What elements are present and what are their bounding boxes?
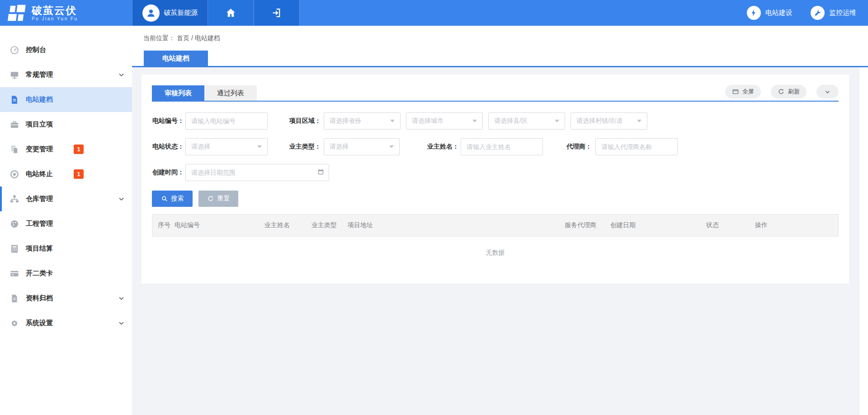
- col-created-date: 创建日期: [610, 221, 706, 229]
- gear-icon: [9, 318, 19, 328]
- monitor-icon: [9, 70, 19, 80]
- sidebar-item-data-archive[interactable]: 资料归档: [0, 286, 132, 311]
- station-termination-badge: 1: [74, 169, 84, 179]
- reset-button[interactable]: 重置: [198, 191, 238, 207]
- date-range-input[interactable]: [185, 164, 329, 181]
- fullscreen-icon: [732, 88, 739, 95]
- chevron-down-icon: [118, 196, 125, 202]
- nav-monitor-ops-label: 监控运维: [829, 9, 856, 17]
- user-avatar-icon: [142, 5, 160, 22]
- user-menu[interactable]: 破茧新能源: [132, 0, 208, 26]
- caret-down-icon: [472, 120, 477, 122]
- caret-down-icon: [555, 120, 559, 122]
- caret-down-icon: [389, 145, 394, 148]
- sidebar-item-station-termination[interactable]: 电站终止 1: [0, 162, 132, 187]
- caret-down-icon: [257, 145, 262, 148]
- owner-name-input[interactable]: [461, 138, 543, 155]
- station-no-input[interactable]: [185, 112, 268, 130]
- logout-icon: [271, 7, 283, 19]
- sidebar-item-general-mgmt[interactable]: 常规管理: [0, 62, 132, 87]
- sidebar-item-project-settlement[interactable]: 项目结算: [0, 236, 132, 261]
- filter-form: 电站编号： 项目区域： 请选择省份 请选择城市 请选择县/区 请选择村镇/街道 …: [152, 112, 839, 181]
- sitemap-icon: [9, 194, 19, 204]
- brand-subtitle: Po Jian Yun Fu: [32, 16, 78, 21]
- chevron-down-icon: [118, 320, 125, 326]
- town-select[interactable]: 请选择村镇/街道: [571, 112, 647, 130]
- breadcrumb-path[interactable]: 首页 / 电站建档: [177, 34, 220, 42]
- brand-title: 破茧云伏: [32, 5, 78, 16]
- chevron-down-icon: [824, 89, 831, 95]
- empty-state: 无数据: [152, 237, 839, 273]
- sidebar-item-project-initiation[interactable]: 项目立项: [0, 112, 132, 137]
- sidebar-item-engineering-mgmt[interactable]: 工程管理: [0, 211, 132, 236]
- bank-card-icon: [9, 269, 19, 279]
- brand-logo[interactable]: 破茧云伏 Po Jian Yun Fu: [0, 0, 132, 26]
- sidebar-item-dashboard[interactable]: 控制台: [0, 37, 132, 62]
- user-name: 破茧新能源: [164, 9, 198, 17]
- scrollbar-track[interactable]: [859, 67, 868, 415]
- page-tab-bar: 电站建档: [132, 51, 868, 67]
- owner-type-label: 业主类型：: [289, 143, 321, 151]
- sidebar-item-change-mgmt[interactable]: 变更管理 1: [0, 137, 132, 162]
- home-button[interactable]: [208, 0, 254, 26]
- change-mgmt-badge: 1: [74, 145, 84, 154]
- owner-name-label: 业主姓名：: [425, 143, 459, 151]
- target-icon: [9, 169, 19, 179]
- panel-card: 审核列表 通过列表 全屏 刷新: [142, 75, 849, 284]
- search-icon: [161, 195, 168, 202]
- lightning-icon: [747, 6, 761, 20]
- col-status: 状态: [706, 221, 755, 229]
- palette-icon: [9, 219, 19, 229]
- owner-type-select[interactable]: 请选择: [324, 138, 400, 155]
- briefcase-icon: [9, 120, 19, 130]
- home-icon: [225, 7, 236, 19]
- station-no-label: 电站编号：: [152, 117, 184, 125]
- station-status-label: 电站状态：: [152, 143, 184, 151]
- sidebar-item-open-class2-card[interactable]: 开二类卡: [0, 261, 132, 286]
- breadcrumb: 当前位置： 首页 / 电站建档: [132, 26, 868, 51]
- copy-icon: [9, 145, 19, 154]
- wrench-icon: [811, 6, 825, 20]
- city-select[interactable]: 请选择城市: [406, 112, 483, 130]
- col-actions: 操作: [755, 221, 838, 229]
- col-index: 序号: [158, 221, 175, 229]
- caret-down-icon: [390, 120, 395, 122]
- tab-review-list[interactable]: 审核列表: [152, 85, 204, 101]
- col-project-address: 项目地址: [348, 221, 565, 229]
- chevron-down-icon: [118, 71, 125, 78]
- fullscreen-button[interactable]: 全屏: [725, 85, 761, 98]
- tab-passed-list[interactable]: 通过列表: [204, 85, 257, 101]
- refresh-button[interactable]: 刷新: [771, 85, 807, 98]
- agent-input[interactable]: [595, 138, 678, 155]
- col-owner-type: 业主类型: [311, 221, 348, 229]
- sidebar: 控制台 常规管理 电站建档 项目立项: [0, 26, 132, 415]
- agent-label: 代理商：: [564, 143, 592, 151]
- document-icon: [9, 95, 19, 105]
- logout-button[interactable]: [254, 0, 300, 26]
- nav-station-build-label: 电站建设: [765, 9, 793, 17]
- panel-tab-bar: 审核列表 通过列表 全屏 刷新: [152, 85, 839, 102]
- page-tab-station-archive[interactable]: 电站建档: [144, 51, 208, 66]
- file-icon: [9, 294, 19, 303]
- brand-logo-icon: [6, 4, 27, 23]
- top-navbar: 破茧云伏 Po Jian Yun Fu 破茧新能源 电站建设 监控运维: [0, 0, 868, 26]
- nav-station-build[interactable]: 电站建设: [747, 0, 793, 26]
- calculator-icon: [9, 244, 19, 254]
- sidebar-item-warehouse-mgmt[interactable]: 仓库管理: [0, 187, 132, 211]
- reset-icon: [207, 195, 214, 202]
- nav-monitor-ops[interactable]: 监控运维: [811, 0, 856, 26]
- caret-down-icon: [637, 120, 642, 122]
- refresh-icon: [778, 88, 785, 95]
- sidebar-item-system-settings[interactable]: 系统设置: [0, 311, 132, 336]
- search-button[interactable]: 搜索: [152, 191, 193, 207]
- col-station-no: 电站编号: [175, 221, 264, 229]
- province-select[interactable]: 请选择省份: [324, 112, 401, 130]
- sidebar-item-station-archive[interactable]: 电站建档: [0, 87, 132, 112]
- collapse-button[interactable]: [816, 85, 839, 98]
- breadcrumb-prefix: 当前位置：: [143, 34, 175, 42]
- station-status-select[interactable]: 请选择: [185, 138, 268, 155]
- county-select[interactable]: 请选择县/区: [488, 112, 565, 130]
- created-time-label: 创建时间：: [152, 168, 184, 177]
- table-header: 序号 电站编号 业主姓名 业主类型 项目地址 服务代理商 创建日期 状态 操作: [152, 214, 839, 237]
- gauge-icon: [9, 45, 19, 55]
